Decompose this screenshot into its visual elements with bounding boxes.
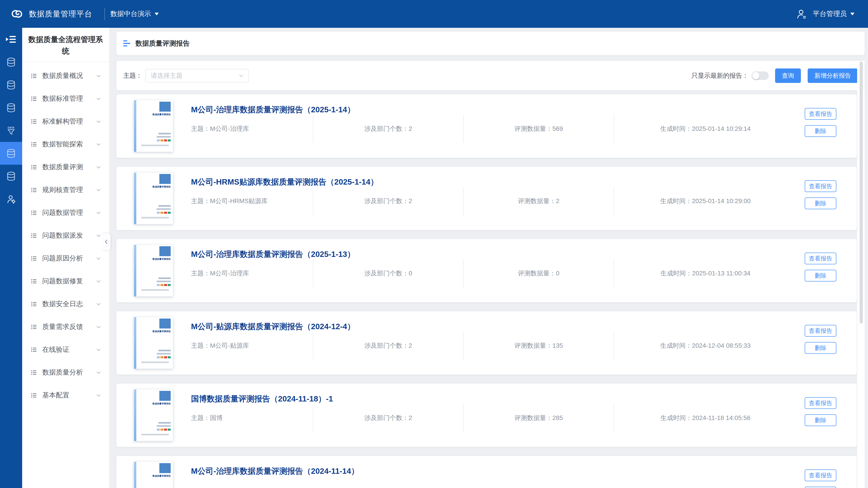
- thumbnail-accent-strip: [134, 462, 136, 488]
- thumbnail-text-line: [158, 422, 170, 424]
- sidebar-menu-item-label: 问题数据修复: [42, 276, 83, 286]
- sidebar-menu-item-label: 问题原因分析: [42, 254, 83, 263]
- thumbnail-cover-title: 数据质量评测报告: [153, 185, 170, 188]
- sidebar-menu-item[interactable]: 问题数据修复: [22, 270, 109, 293]
- report-generated-time: 生成时间：2024-11-18 14:05:56: [614, 414, 797, 422]
- report-thumbnail: 数据质量评测报告: [134, 390, 173, 441]
- search-button[interactable]: 查询: [775, 68, 801, 83]
- workspace-dropdown[interactable]: 数据中台演示: [110, 9, 159, 19]
- chevron-down-icon[interactable]: [95, 232, 102, 239]
- sidebar-menu-item[interactable]: 在线验证: [22, 338, 109, 361]
- sidebar-menu-item[interactable]: 数据智能探索: [22, 133, 109, 156]
- latest-only-toggle[interactable]: [752, 71, 769, 80]
- report-title-link[interactable]: M公司-治理库数据质量评测报告（2025-1-13）: [191, 249, 355, 260]
- chevron-down-icon[interactable]: [95, 96, 102, 102]
- delete-report-button[interactable]: 删除: [805, 197, 836, 209]
- sidebar-menu-item[interactable]: 问题原因分析: [22, 247, 109, 270]
- view-report-button[interactable]: 查看报告: [805, 325, 836, 337]
- workspace-label: 数据中台演示: [110, 9, 151, 19]
- chevron-down-icon[interactable]: [95, 347, 102, 353]
- list-icon: [31, 346, 37, 353]
- sidebar-menu-item[interactable]: 数据质量评测: [22, 156, 109, 178]
- view-report-button[interactable]: 查看报告: [805, 180, 836, 192]
- report-title-link[interactable]: M公司-贴源库数据质量评测报告（2024-12-4）: [191, 321, 355, 332]
- rail-item-database-icon[interactable]: [0, 73, 22, 96]
- delete-report-button[interactable]: 删除: [805, 342, 836, 354]
- thumbnail-text-line: [157, 208, 170, 210]
- chevron-down-icon[interactable]: [95, 119, 102, 125]
- sidebar-menu-item[interactable]: 标准解构管理: [22, 110, 109, 133]
- delete-report-button[interactable]: 删除: [805, 487, 836, 488]
- thumbnail-cover-title: 数据质量评测报告: [153, 113, 170, 116]
- report-meta-row: 主题：M公司-治理库 涉及部门个数：0 评测数据量：0 生成时间：2025-01…: [191, 259, 797, 287]
- chevron-down-icon[interactable]: [95, 255, 102, 262]
- chevron-down-icon[interactable]: [95, 324, 102, 330]
- thumbnail-color-chips: [157, 429, 170, 431]
- view-report-button[interactable]: 查看报告: [805, 469, 836, 481]
- report-title-link[interactable]: M公司-HRMS贴源库数据质量评测报告（2025-1-14）: [191, 177, 378, 187]
- chevron-down-icon[interactable]: [95, 369, 102, 376]
- scrollbar-thumb[interactable]: [860, 61, 863, 324]
- view-report-button[interactable]: 查看报告: [805, 397, 836, 409]
- thumbnail-accent-strip: [134, 390, 136, 441]
- topic-select-placeholder: 请选择主题: [151, 71, 238, 80]
- chevron-down-icon[interactable]: [95, 141, 102, 148]
- delete-report-button[interactable]: 删除: [805, 270, 836, 282]
- sidebar-menu-item-label: 基本配置: [42, 391, 69, 400]
- sidebar-menu-item[interactable]: 数据质量概况: [22, 64, 109, 87]
- sidebar-menu-item[interactable]: 问题数据派发: [22, 224, 109, 247]
- sidebar-menu-item[interactable]: 数据安全日志: [22, 293, 109, 315]
- sidebar-menu-item-label: 问题数据管理: [42, 208, 83, 217]
- sidebar-collapse-handle[interactable]: [102, 233, 111, 251]
- report-departments: 涉及部门个数：2: [313, 197, 463, 205]
- report-topic: 主题：M公司-HRMS贴源库: [191, 197, 313, 205]
- delete-report-button[interactable]: 删除: [805, 125, 836, 137]
- thumbnail-logo-block: [159, 391, 170, 401]
- latest-only-label: 只显示最新的报告：: [691, 71, 748, 80]
- report-title-link[interactable]: M公司-治理库数据质量评测报告（2025-1-14）: [191, 104, 355, 115]
- user-icon: [796, 8, 807, 20]
- report-departments: 涉及部门个数：2: [313, 125, 463, 133]
- list-icon: [31, 164, 37, 170]
- chevron-down-icon[interactable]: [95, 210, 102, 216]
- chevron-down-icon[interactable]: [95, 187, 102, 193]
- sidebar-menu-item[interactable]: 基本配置: [22, 384, 109, 407]
- sidebar-menu-item[interactable]: 规则核查管理: [22, 178, 109, 201]
- rail-item-database-icon[interactable]: [0, 96, 22, 119]
- thumbnail-text-line: [141, 217, 169, 219]
- rail-item-user-settings-icon[interactable]: [0, 188, 22, 210]
- view-report-button[interactable]: 查看报告: [805, 253, 836, 264]
- list-icon: [31, 141, 37, 148]
- rail-item-database-icon[interactable]: [0, 51, 22, 73]
- report-title-link[interactable]: 国博数据质量评测报告（2024-11-18）-1: [191, 394, 333, 404]
- rail-item-data-explore-icon[interactable]: DATA: [0, 119, 22, 142]
- rail-item-database-icon[interactable]: [0, 165, 22, 188]
- sidebar-menu-item[interactable]: 数据标准管理: [22, 87, 109, 110]
- chevron-down-icon[interactable]: [95, 301, 102, 307]
- list-icon: [31, 324, 37, 330]
- report-title-link[interactable]: M公司-治理库数据质量评测报告（2024-11-14）: [191, 466, 359, 477]
- delete-report-button[interactable]: 删除: [805, 414, 836, 426]
- rail-item-database-icon[interactable]: [0, 142, 22, 165]
- thumbnail-logo-block: [159, 246, 170, 256]
- sidebar-menu-item[interactable]: 问题数据管理: [22, 201, 109, 224]
- add-analysis-report-button[interactable]: 新增分析报告: [808, 68, 858, 83]
- sidebar-menu-item-label: 规则核查管理: [42, 185, 83, 195]
- sidebar-menu-item[interactable]: 质量需求反馈: [22, 315, 109, 338]
- chevron-down-icon[interactable]: [95, 73, 102, 79]
- sidebar-menu-item[interactable]: 数据质量分析: [22, 361, 109, 384]
- report-data-volume: 评测数据量：0: [464, 269, 614, 278]
- chevron-down-icon[interactable]: [95, 164, 102, 170]
- thumbnail-text-line: [157, 281, 170, 282]
- rail-item-collapse-menu-icon[interactable]: [0, 28, 22, 51]
- report-topic: 主题：M公司-贴源库: [191, 341, 313, 350]
- chevron-down-icon[interactable]: [95, 392, 102, 398]
- user-role-label: 平台管理员: [813, 9, 847, 19]
- report-departments: 涉及部门个数：2: [313, 414, 463, 422]
- view-report-button[interactable]: 查看报告: [805, 108, 836, 120]
- chevron-down-icon[interactable]: [95, 278, 102, 285]
- user-dropdown[interactable]: 平台管理员: [796, 8, 855, 20]
- topic-select[interactable]: 请选择主题: [145, 69, 249, 83]
- thumbnail-logo-block: [159, 102, 170, 111]
- report-data-volume: 评测数据量：569: [464, 125, 614, 133]
